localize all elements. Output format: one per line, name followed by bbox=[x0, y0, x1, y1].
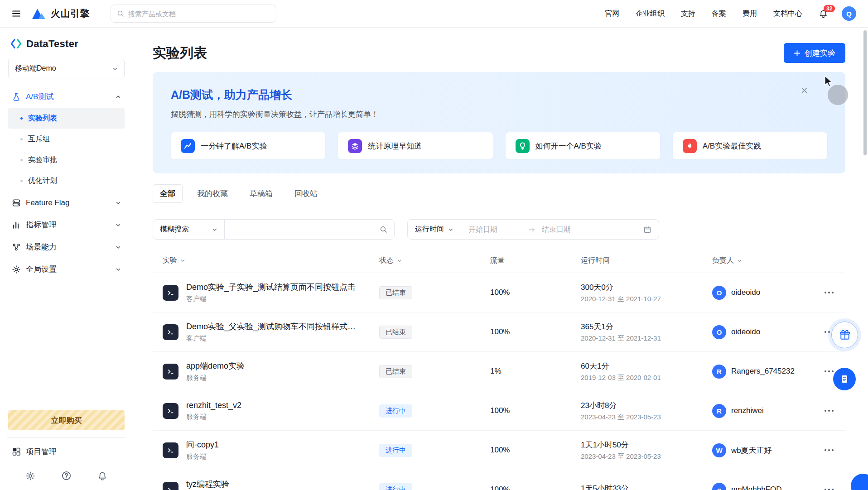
notifications-button[interactable]: 32 bbox=[819, 9, 828, 19]
user-avatar[interactable]: Q bbox=[842, 6, 856, 21]
chevron-down-icon bbox=[212, 227, 217, 232]
sidebar-subitem-label: 实验审批 bbox=[28, 155, 57, 165]
volcengine-logo[interactable]: 火山引擎 bbox=[32, 7, 90, 20]
survey-float-button[interactable] bbox=[831, 322, 858, 348]
row-actions-button[interactable] bbox=[823, 485, 845, 490]
tab[interactable]: 全部 bbox=[153, 184, 183, 203]
banner-card-best-practice[interactable]: A/B实验最佳实践 bbox=[673, 132, 827, 159]
datatester-logo-icon bbox=[10, 38, 22, 50]
filter-chevron-icon[interactable] bbox=[737, 258, 742, 263]
experiment-table: 实验 状态 流量 运行时间 负责人 bbox=[153, 249, 845, 490]
tab-label: 我的收藏 bbox=[197, 189, 228, 198]
experiment-search-input[interactable] bbox=[225, 220, 373, 239]
sidebar-item-feature-flag[interactable]: Feature Flag bbox=[8, 192, 125, 214]
hamburger-menu-button[interactable] bbox=[12, 9, 21, 18]
chevron-up-icon bbox=[116, 94, 121, 100]
settings-icon-button[interactable] bbox=[25, 471, 35, 481]
buy-now-button[interactable]: 立即购买 bbox=[8, 410, 125, 430]
owner-avatar: O bbox=[712, 286, 726, 300]
terminal-icon bbox=[163, 482, 178, 490]
owner-avatar: W bbox=[712, 443, 726, 457]
column-header-runtime: 运行时间 bbox=[581, 256, 712, 265]
topbar-link[interactable]: 支持 bbox=[681, 9, 695, 19]
experiment-platform: 服务端 bbox=[186, 452, 219, 461]
top-search bbox=[111, 5, 276, 23]
gear-icon bbox=[12, 265, 21, 274]
experiment-platform: 客户端 bbox=[186, 295, 356, 303]
search-submit-button[interactable] bbox=[373, 220, 394, 239]
experiment-name-link[interactable]: 问-copy1 bbox=[186, 439, 219, 450]
create-experiment-button[interactable]: 创建实验 bbox=[784, 43, 845, 63]
vertical-scrollbar[interactable] bbox=[863, 30, 867, 155]
search-filter-group: 模糊搜索 bbox=[153, 219, 395, 240]
banner-card-howto[interactable]: 如何开一个A/B实验 bbox=[506, 132, 660, 159]
tab[interactable]: 回收站 bbox=[287, 184, 325, 203]
topbar-link[interactable]: 企业组织 bbox=[636, 9, 665, 19]
sidebar-item-scenarios[interactable]: 场景能力 bbox=[8, 236, 125, 258]
docs-float-button[interactable] bbox=[833, 368, 856, 390]
topbar-link[interactable]: 文档中心 bbox=[773, 9, 802, 19]
experiment-name-link[interactable]: Demo实验_父实验_测试购物车不同按钮样式… bbox=[186, 321, 356, 332]
sidebar-subitem[interactable]: 实验列表 bbox=[8, 108, 125, 129]
datatester-logo[interactable]: DataTester bbox=[8, 35, 125, 59]
sidebar-item-metrics[interactable]: 指标管理 bbox=[8, 214, 125, 236]
experiment-platform: 客户端 bbox=[186, 334, 356, 343]
banner-card-statistics[interactable]: 统计原理早知道 bbox=[338, 132, 492, 159]
banner-card-label: A/B实验最佳实践 bbox=[703, 141, 761, 151]
experiment-name-link[interactable]: renzhit_test_v2 bbox=[186, 401, 241, 410]
experiment-name-link[interactable]: app端demo实验 bbox=[186, 360, 245, 371]
top-search-input[interactable] bbox=[128, 10, 270, 18]
sidebar-subitem-label: 优化计划 bbox=[28, 176, 57, 186]
runtime-range: 2020-12-31 至 2021-12-31 bbox=[581, 334, 712, 343]
row-actions-button[interactable] bbox=[823, 446, 845, 455]
column-header-status: 状态 bbox=[379, 256, 490, 265]
sidebar-item-label: Feature Flag bbox=[26, 198, 69, 207]
filter-chevron-icon[interactable] bbox=[397, 258, 402, 263]
page-title: 实验列表 bbox=[153, 44, 207, 62]
search-type-select[interactable]: 模糊搜索 bbox=[153, 220, 225, 239]
owner-avatar: R bbox=[712, 404, 726, 418]
sidebar-subitem[interactable]: 实验审批 bbox=[8, 150, 125, 170]
tab-label: 全部 bbox=[160, 189, 175, 198]
notifications-icon-button[interactable] bbox=[97, 471, 107, 481]
experiment-name-link[interactable]: Demo实验_子实验_测试结算页面不同按钮点击 bbox=[186, 282, 356, 293]
start-date-input[interactable] bbox=[468, 226, 522, 234]
status-badge: 已结束 bbox=[379, 326, 412, 339]
tab[interactable]: 草稿箱 bbox=[242, 184, 280, 203]
sidebar-subitem[interactable]: 互斥组 bbox=[8, 129, 125, 149]
time-field-select[interactable]: 运行时间 bbox=[408, 220, 461, 239]
tab-label: 回收站 bbox=[294, 189, 318, 198]
sidebar-item-global-settings[interactable]: 全局设置 bbox=[8, 258, 125, 280]
sidebar-item-project-management[interactable]: 项目管理 bbox=[8, 440, 125, 463]
row-actions-button[interactable] bbox=[823, 406, 845, 415]
banner-card-label: 统计原理早知道 bbox=[368, 141, 422, 151]
runtime-range: 2020-12-31 至 2021-10-27 bbox=[581, 295, 712, 303]
workspace-select[interactable]: 移动端Demo bbox=[8, 59, 125, 78]
traffic-value: 100% bbox=[490, 288, 581, 297]
topbar-link[interactable]: 官网 bbox=[605, 9, 619, 19]
toggle-icon bbox=[12, 198, 21, 207]
runtime-range: 2023-04-23 至 2023-05-23 bbox=[581, 452, 712, 461]
topbar-link[interactable]: 备案 bbox=[712, 9, 726, 19]
sidebar-subitem[interactable]: 优化计划 bbox=[8, 171, 125, 191]
banner-card-intro[interactable]: 一分钟了解A/B实验 bbox=[171, 132, 325, 159]
experiment-tabs: 全部 我的收藏 草稿箱 回收站 bbox=[153, 184, 845, 209]
topbar-link[interactable]: 费用 bbox=[743, 9, 757, 19]
calendar-icon[interactable] bbox=[643, 226, 651, 234]
terminal-icon bbox=[163, 324, 178, 340]
table-row: Demo实验_父实验_测试购物车不同按钮样式… 客户端 已结束 100% 365… bbox=[153, 312, 845, 352]
banner-card-label: 一分钟了解A/B实验 bbox=[201, 141, 267, 151]
tab[interactable]: 我的收藏 bbox=[190, 184, 235, 203]
banner-card-label: 如何开一个A/B实验 bbox=[535, 141, 602, 151]
sidebar-footer-icons bbox=[8, 463, 125, 485]
sort-chevron-icon[interactable] bbox=[180, 258, 185, 263]
end-date-input[interactable] bbox=[542, 226, 595, 234]
sidebar-item-ab-testing[interactable]: A/B测试 bbox=[8, 86, 125, 108]
banner-close-button[interactable] bbox=[800, 86, 808, 94]
traffic-value: 100% bbox=[490, 406, 581, 415]
column-header-owner: 负责人 bbox=[712, 256, 823, 265]
arrow-right-icon bbox=[528, 226, 535, 233]
experiment-name-link[interactable]: tyz编程实验 bbox=[186, 479, 229, 490]
help-icon-button[interactable] bbox=[61, 471, 72, 481]
row-actions-button[interactable] bbox=[823, 288, 845, 297]
